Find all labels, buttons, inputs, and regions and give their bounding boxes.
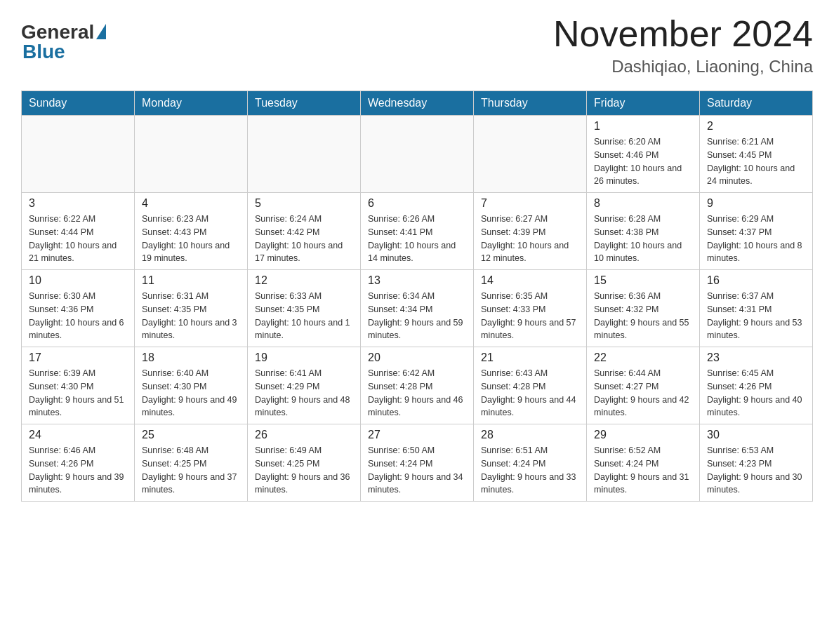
day-info: Sunrise: 6:22 AMSunset: 4:44 PMDaylight:…	[29, 213, 127, 265]
weekday-header-cell: Thursday	[474, 91, 587, 116]
calendar-week-row: 24Sunrise: 6:46 AMSunset: 4:26 PMDayligh…	[22, 424, 813, 502]
day-number: 16	[707, 274, 805, 287]
location-title: Dashiqiao, Liaoning, China	[553, 57, 813, 76]
day-number: 6	[368, 197, 466, 210]
calendar-cell: 28Sunrise: 6:51 AMSunset: 4:24 PMDayligh…	[474, 424, 587, 502]
day-info: Sunrise: 6:52 AMSunset: 4:24 PMDaylight:…	[594, 444, 692, 497]
calendar-cell: 17Sunrise: 6:39 AMSunset: 4:30 PMDayligh…	[22, 347, 135, 424]
title-block: November 2024 Dashiqiao, Liaoning, China	[553, 14, 813, 76]
logo: General Blue	[21, 14, 106, 63]
day-number: 28	[481, 429, 579, 441]
day-number: 30	[707, 429, 805, 441]
day-number: 14	[481, 274, 579, 287]
day-number: 5	[255, 197, 353, 210]
weekday-header-row: SundayMondayTuesdayWednesdayThursdayFrid…	[22, 91, 813, 116]
day-number: 24	[29, 429, 127, 441]
calendar-cell: 13Sunrise: 6:34 AMSunset: 4:34 PMDayligh…	[361, 270, 474, 347]
day-info: Sunrise: 6:44 AMSunset: 4:27 PMDaylight:…	[594, 367, 692, 420]
calendar-week-row: 10Sunrise: 6:30 AMSunset: 4:36 PMDayligh…	[22, 270, 813, 347]
calendar-cell: 18Sunrise: 6:40 AMSunset: 4:30 PMDayligh…	[135, 347, 248, 424]
day-number: 2	[707, 120, 805, 133]
calendar-week-row: 1Sunrise: 6:20 AMSunset: 4:46 PMDaylight…	[22, 116, 813, 193]
calendar-cell: 23Sunrise: 6:45 AMSunset: 4:26 PMDayligh…	[700, 347, 813, 424]
day-info: Sunrise: 6:26 AMSunset: 4:41 PMDaylight:…	[368, 213, 466, 265]
day-info: Sunrise: 6:46 AMSunset: 4:26 PMDaylight:…	[29, 444, 127, 497]
calendar-week-row: 17Sunrise: 6:39 AMSunset: 4:30 PMDayligh…	[22, 347, 813, 424]
day-info: Sunrise: 6:43 AMSunset: 4:28 PMDaylight:…	[481, 367, 579, 420]
calendar-cell	[135, 116, 248, 193]
day-number: 27	[368, 429, 466, 441]
calendar-cell: 15Sunrise: 6:36 AMSunset: 4:32 PMDayligh…	[587, 270, 700, 347]
calendar-cell: 19Sunrise: 6:41 AMSunset: 4:29 PMDayligh…	[248, 347, 361, 424]
day-info: Sunrise: 6:31 AMSunset: 4:35 PMDaylight:…	[142, 290, 240, 342]
day-info: Sunrise: 6:20 AMSunset: 4:46 PMDaylight:…	[594, 135, 692, 188]
day-info: Sunrise: 6:51 AMSunset: 4:24 PMDaylight:…	[481, 444, 579, 497]
day-number: 7	[481, 197, 579, 210]
day-info: Sunrise: 6:41 AMSunset: 4:29 PMDaylight:…	[255, 367, 353, 420]
calendar-cell: 24Sunrise: 6:46 AMSunset: 4:26 PMDayligh…	[22, 424, 135, 502]
page-header: General Blue November 2024 Dashiqiao, Li…	[21, 14, 813, 76]
calendar-cell: 5Sunrise: 6:24 AMSunset: 4:42 PMDaylight…	[248, 193, 361, 270]
calendar-cell: 27Sunrise: 6:50 AMSunset: 4:24 PMDayligh…	[361, 424, 474, 502]
weekday-header-cell: Wednesday	[361, 91, 474, 116]
day-info: Sunrise: 6:27 AMSunset: 4:39 PMDaylight:…	[481, 213, 579, 265]
month-title: November 2024	[553, 14, 813, 54]
calendar-cell: 16Sunrise: 6:37 AMSunset: 4:31 PMDayligh…	[700, 270, 813, 347]
calendar-cell	[361, 116, 474, 193]
calendar-cell: 7Sunrise: 6:27 AMSunset: 4:39 PMDaylight…	[474, 193, 587, 270]
calendar-cell: 6Sunrise: 6:26 AMSunset: 4:41 PMDaylight…	[361, 193, 474, 270]
day-number: 11	[142, 274, 240, 287]
calendar-cell: 29Sunrise: 6:52 AMSunset: 4:24 PMDayligh…	[587, 424, 700, 502]
day-number: 22	[594, 351, 692, 364]
day-number: 3	[29, 197, 127, 210]
calendar-cell: 2Sunrise: 6:21 AMSunset: 4:45 PMDaylight…	[700, 116, 813, 193]
day-number: 23	[707, 351, 805, 364]
calendar-cell: 14Sunrise: 6:35 AMSunset: 4:33 PMDayligh…	[474, 270, 587, 347]
calendar-cell: 10Sunrise: 6:30 AMSunset: 4:36 PMDayligh…	[22, 270, 135, 347]
day-info: Sunrise: 6:39 AMSunset: 4:30 PMDaylight:…	[29, 367, 127, 420]
calendar-cell: 26Sunrise: 6:49 AMSunset: 4:25 PMDayligh…	[248, 424, 361, 502]
day-info: Sunrise: 6:29 AMSunset: 4:37 PMDaylight:…	[707, 213, 805, 265]
day-info: Sunrise: 6:21 AMSunset: 4:45 PMDaylight:…	[707, 135, 805, 188]
calendar-cell: 9Sunrise: 6:29 AMSunset: 4:37 PMDaylight…	[700, 193, 813, 270]
day-info: Sunrise: 6:28 AMSunset: 4:38 PMDaylight:…	[594, 213, 692, 265]
calendar-cell: 22Sunrise: 6:44 AMSunset: 4:27 PMDayligh…	[587, 347, 700, 424]
weekday-header-cell: Tuesday	[248, 91, 361, 116]
calendar-cell: 20Sunrise: 6:42 AMSunset: 4:28 PMDayligh…	[361, 347, 474, 424]
day-number: 29	[594, 429, 692, 441]
day-number: 20	[368, 351, 466, 364]
day-number: 12	[255, 274, 353, 287]
day-number: 10	[29, 274, 127, 287]
calendar-week-row: 3Sunrise: 6:22 AMSunset: 4:44 PMDaylight…	[22, 193, 813, 270]
calendar-cell: 1Sunrise: 6:20 AMSunset: 4:46 PMDaylight…	[587, 116, 700, 193]
day-info: Sunrise: 6:37 AMSunset: 4:31 PMDaylight:…	[707, 290, 805, 342]
day-number: 4	[142, 197, 240, 210]
logo-blue-text: Blue	[22, 41, 65, 63]
day-info: Sunrise: 6:45 AMSunset: 4:26 PMDaylight:…	[707, 367, 805, 420]
day-info: Sunrise: 6:42 AMSunset: 4:28 PMDaylight:…	[368, 367, 466, 420]
weekday-header-cell: Friday	[587, 91, 700, 116]
calendar-cell: 12Sunrise: 6:33 AMSunset: 4:35 PMDayligh…	[248, 270, 361, 347]
day-number: 17	[29, 351, 127, 364]
day-info: Sunrise: 6:49 AMSunset: 4:25 PMDaylight:…	[255, 444, 353, 497]
calendar-cell	[22, 116, 135, 193]
weekday-header-cell: Sunday	[22, 91, 135, 116]
day-number: 13	[368, 274, 466, 287]
day-info: Sunrise: 6:36 AMSunset: 4:32 PMDaylight:…	[594, 290, 692, 342]
day-info: Sunrise: 6:35 AMSunset: 4:33 PMDaylight:…	[481, 290, 579, 342]
calendar-cell: 8Sunrise: 6:28 AMSunset: 4:38 PMDaylight…	[587, 193, 700, 270]
day-info: Sunrise: 6:33 AMSunset: 4:35 PMDaylight:…	[255, 290, 353, 342]
calendar-table: SundayMondayTuesdayWednesdayThursdayFrid…	[21, 90, 813, 502]
day-number: 8	[594, 197, 692, 210]
day-info: Sunrise: 6:24 AMSunset: 4:42 PMDaylight:…	[255, 213, 353, 265]
day-info: Sunrise: 6:48 AMSunset: 4:25 PMDaylight:…	[142, 444, 240, 497]
day-info: Sunrise: 6:50 AMSunset: 4:24 PMDaylight:…	[368, 444, 466, 497]
calendar-body: 1Sunrise: 6:20 AMSunset: 4:46 PMDaylight…	[22, 116, 813, 502]
calendar-cell: 25Sunrise: 6:48 AMSunset: 4:25 PMDayligh…	[135, 424, 248, 502]
day-number: 15	[594, 274, 692, 287]
weekday-header-cell: Saturday	[700, 91, 813, 116]
day-number: 9	[707, 197, 805, 210]
logo-triangle-icon	[96, 24, 106, 39]
calendar-cell: 21Sunrise: 6:43 AMSunset: 4:28 PMDayligh…	[474, 347, 587, 424]
day-info: Sunrise: 6:40 AMSunset: 4:30 PMDaylight:…	[142, 367, 240, 420]
